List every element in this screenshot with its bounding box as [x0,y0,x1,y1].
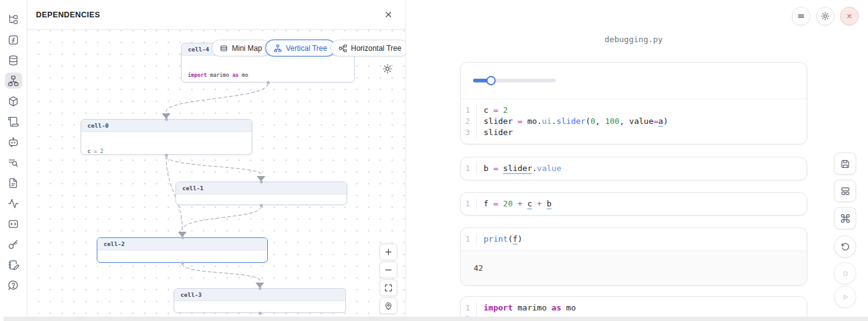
key-icon[interactable] [5,236,22,252]
undo-icon [840,242,851,252]
code-text: slider [484,127,513,138]
code-line[interactable]: 1f = 20 + c + b [461,198,807,209]
graph-zoom-controls [379,244,397,314]
scratchpad-icon[interactable] [5,257,22,273]
node-handle [259,312,262,315]
save-button[interactable] [834,152,856,175]
zoom-out-button[interactable] [379,262,397,278]
notebook-area: debugging.py 1c = 2 2slider = mo.ui.slid… [406,0,868,321]
dependencies-header: DEPENDENCIES [27,0,405,30]
node-handle [165,118,168,121]
node-handle [260,180,263,183]
code-editor[interactable]: 1print(f) [461,228,807,250]
save-icon [840,159,851,169]
command-icon [840,213,851,224]
help-icon[interactable] [5,277,22,293]
node-handle [181,262,184,265]
graph-node-cell-3[interactable]: cell-3 print(f) [174,288,346,313]
line-number: 2 [461,116,477,127]
function-icon[interactable] [5,32,22,48]
package-icon[interactable] [5,93,22,109]
node-code-line: import marimo as mo [188,72,348,79]
tracing-icon[interactable] [5,195,22,211]
bottom-scroll-strip[interactable] [4,317,868,321]
snippets-icon[interactable] [5,216,22,232]
line-number: 3 [461,127,477,138]
stop-button[interactable] [834,262,856,284]
notebook-cell[interactable]: 1b = slider.value [460,157,807,180]
search-list-icon[interactable] [5,154,22,170]
code-line[interactable]: 1c = 2 [461,105,807,116]
ai-chat-icon[interactable] [5,134,22,150]
notebook-cell[interactable]: 1c = 2 2slider = mo.ui.slider(0, 100, va… [460,62,807,144]
code-editor[interactable]: 1c = 2 2slider = mo.ui.slider(0, 100, va… [461,99,807,144]
node-title: cell-2 [97,238,267,250]
stop-icon [840,268,851,279]
line-number: 1 [461,198,477,209]
gear-icon [382,63,393,74]
minus-icon [384,265,393,275]
menu-icon [796,11,806,21]
plus-icon [384,247,393,257]
node-title: cell-1 [176,182,347,195]
graph-settings-button[interactable] [382,63,393,74]
code-text: print(f) [484,234,523,245]
close-panel-button[interactable] [384,10,393,19]
layout-toggle-button[interactable] [834,180,856,202]
vertical-tree-icon [273,44,282,53]
notebook-cell[interactable]: 1print(f) 42 [460,227,807,286]
gear-icon [820,11,830,21]
code-line[interactable]: 2slider = mo.ui.slider(0, 100, value=a) [461,116,807,127]
code-line[interactable]: 1b = slider.value [461,163,807,174]
node-handle [260,204,263,207]
node-handle [181,236,184,239]
file-tree-icon[interactable] [5,11,22,27]
code-editor[interactable]: 1f = 20 + c + b [461,193,807,215]
graph-node-cell-1[interactable]: cell-1 b = slider.value [175,182,347,205]
graph-node-cell-0[interactable]: cell-0 c = 2 slider = mo.ui.slider(0, 10… [81,119,252,155]
dependency-graph-canvas[interactable]: cell-4 import marimo as mo a = 20 cell-0… [27,30,405,321]
database-icon[interactable] [5,52,22,68]
code-text: f = 20 + c + b [484,198,552,209]
helper-panel-rail [0,0,27,321]
graph-node-cell-2[interactable]: cell-2 f = 20 + c + b [97,237,268,263]
app-window: DEPENDENCIES [0,0,868,321]
notebook-filename: debugging.py [460,35,807,44]
locate-node-button[interactable] [379,297,397,314]
horizontal-tree-button[interactable]: Horizontal Tree [330,40,405,56]
node-handle [267,81,270,84]
code-line[interactable]: 3slider [461,127,807,138]
slider-widget[interactable] [473,79,556,82]
cell-output [461,63,807,99]
fit-view-button[interactable] [379,279,397,296]
zoom-in-button[interactable] [379,244,397,260]
line-number: 1 [461,234,477,245]
line-number: 1 [461,163,477,174]
node-handle [259,287,262,290]
code-line[interactable]: 1import marimo as mo [461,302,807,314]
minimap-button[interactable]: Mini Map [211,40,270,56]
shutdown-button[interactable] [840,7,859,25]
code-editor[interactable]: 1b = slider.value [461,157,807,180]
console-output: 42 [461,250,807,285]
keyboard-shortcuts-button[interactable] [834,207,856,229]
close-icon [844,11,854,21]
document-icon[interactable] [5,175,22,191]
undo-button[interactable] [834,235,856,258]
notebook-cell[interactable]: 1f = 20 + c + b [460,192,807,216]
node-handle [165,154,168,157]
notebook-menu-button[interactable] [792,7,810,25]
slider-handle[interactable] [487,76,496,86]
dependencies-panel: DEPENDENCIES [27,0,406,321]
code-text: c = 2 [484,105,508,116]
run-button[interactable] [834,286,856,308]
notebook-settings-button[interactable] [816,7,835,25]
line-number: 1 [461,302,477,314]
vertical-tree-button[interactable]: Vertical Tree [265,40,335,56]
logs-icon[interactable] [5,113,22,130]
minimap-icon [219,44,228,53]
run-icon [840,292,851,302]
code-line[interactable]: 1print(f) [461,234,807,245]
fit-view-icon [384,283,393,292]
dependency-graph-icon[interactable] [5,73,22,89]
